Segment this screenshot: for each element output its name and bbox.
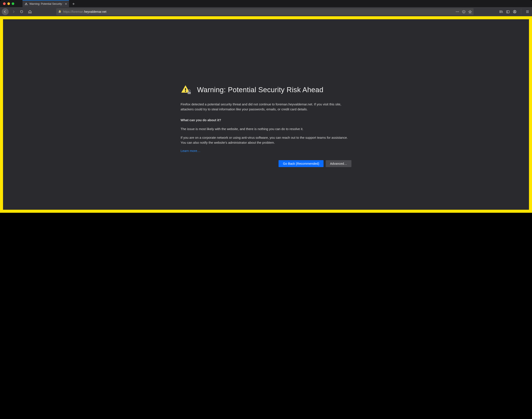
browser-tab[interactable]: Warning: Potential Security Risk xyxy=(23,0,69,7)
lock-warning-icon xyxy=(58,10,62,13)
warning-lock-icon xyxy=(181,84,192,95)
svg-rect-4 xyxy=(507,10,509,13)
security-warning-card: Warning: Potential Security Risk Ahead F… xyxy=(181,84,351,171)
nav-back-button[interactable] xyxy=(2,8,9,15)
warning-paragraph-3: If you are on a corporate network or usi… xyxy=(181,135,351,145)
bookmark-star-icon[interactable] xyxy=(468,10,472,14)
svg-point-6 xyxy=(514,11,515,12)
svg-point-1 xyxy=(456,12,456,12)
window-maximize-button[interactable] xyxy=(12,2,14,5)
page-content: Warning: Potential Security Risk Ahead F… xyxy=(3,19,529,210)
svg-point-3 xyxy=(458,12,459,12)
toolbar-right xyxy=(499,9,529,14)
account-icon[interactable] xyxy=(513,10,517,14)
tab-close-button[interactable] xyxy=(65,3,67,5)
warning-paragraph-1: Firefox detected a potential security th… xyxy=(181,102,351,112)
go-back-button[interactable]: Go Back (Recommended) xyxy=(279,160,324,167)
warning-title: Warning: Potential Security Risk Ahead xyxy=(197,86,323,94)
urlbar-right-icons xyxy=(456,10,472,14)
nav-reload-button[interactable] xyxy=(18,8,25,15)
toolbar-separator xyxy=(521,9,521,14)
page-highlight-frame: Warning: Potential Security Risk Ahead F… xyxy=(0,16,532,213)
titlebar: Warning: Potential Security Risk xyxy=(0,0,532,7)
warning-triangle-icon xyxy=(25,2,28,5)
warning-body: Firefox detected a potential security th… xyxy=(181,102,351,153)
tab-strip: Warning: Potential Security Risk xyxy=(23,0,77,7)
svg-rect-9 xyxy=(188,92,191,94)
library-icon[interactable] xyxy=(499,10,503,14)
new-tab-button[interactable] xyxy=(70,1,77,7)
nav-home-button[interactable] xyxy=(26,8,33,15)
nav-toolbar: https://foreman.heyvaldemar.net xyxy=(0,7,532,16)
nav-forward-button[interactable] xyxy=(10,8,17,15)
warning-paragraph-2: The issue is most likely with the websit… xyxy=(181,127,351,131)
svg-point-8 xyxy=(185,91,186,92)
advanced-button[interactable]: Advanced… xyxy=(326,160,351,167)
warning-header: Warning: Potential Security Risk Ahead xyxy=(181,84,351,95)
window-controls xyxy=(0,0,14,5)
url-host: heyvaldemar.net xyxy=(84,10,106,13)
pocket-icon[interactable] xyxy=(462,10,466,14)
warning-button-row: Go Back (Recommended) Advanced… xyxy=(181,160,351,167)
browser-chrome: Warning: Potential Security Risk xyxy=(0,0,532,16)
tab-title: Warning: Potential Security Risk xyxy=(29,2,63,5)
page-actions-icon[interactable] xyxy=(456,10,459,14)
hamburger-menu-icon[interactable] xyxy=(526,10,529,14)
window-minimize-button[interactable] xyxy=(7,2,10,5)
svg-rect-7 xyxy=(185,88,186,91)
url-prefix: https://foreman. xyxy=(63,10,84,13)
url-text: https://foreman.heyvaldemar.net xyxy=(63,10,106,13)
sidebar-icon[interactable] xyxy=(506,10,510,14)
url-bar[interactable]: https://foreman.heyvaldemar.net xyxy=(56,8,474,15)
svg-point-2 xyxy=(457,12,458,12)
warning-subheading: What can you do about it? xyxy=(181,118,351,123)
learn-more-link[interactable]: Learn more… xyxy=(181,149,201,153)
window-close-button[interactable] xyxy=(3,2,6,5)
